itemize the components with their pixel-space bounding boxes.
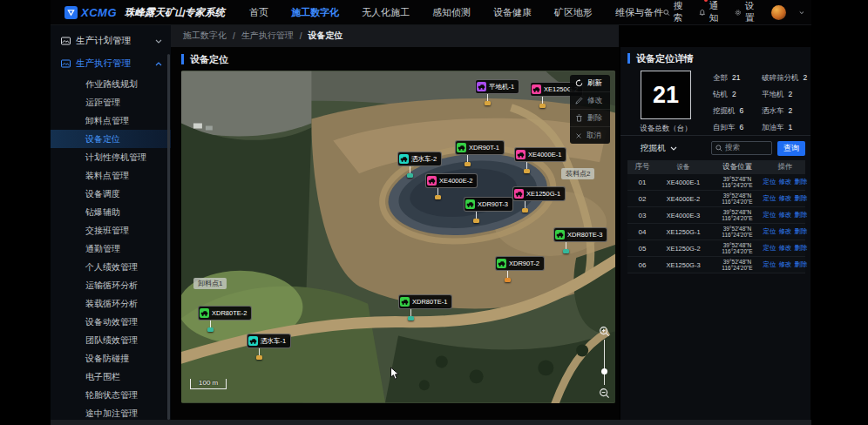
delete-link[interactable]: 删除 (795, 178, 808, 186)
equipment-marker[interactable]: XE4000E-2 (425, 173, 478, 199)
locate-link[interactable]: 定位 (763, 244, 776, 253)
edit-link[interactable]: 修改 (779, 211, 792, 219)
equipment-total-box: 21 (641, 71, 691, 119)
table-row: 01 XE4000E-1 39°52'48"N 116°24'20"E 定位 修… (627, 174, 805, 191)
sidebar-item[interactable]: 计划性停机管理 (51, 148, 171, 166)
sidebar-item[interactable]: 装料点管理 (51, 166, 171, 185)
notify-label: 通知 (709, 0, 722, 24)
crumb-1[interactable]: 施工数字化 (183, 30, 227, 42)
sidebar-item[interactable]: 运输循环分析 (51, 276, 171, 294)
sidebar-item[interactable]: 个人绩效管理 (51, 258, 171, 276)
sidebar-item[interactable]: 装载循环分析 (51, 294, 171, 313)
bell-icon (699, 8, 706, 17)
equipment-marker[interactable]: 洒水车-1 (247, 334, 291, 360)
locate-link[interactable]: 定位 (763, 178, 776, 186)
edit-link[interactable]: 修改 (779, 194, 792, 203)
marker-box: XE4000E-1 (514, 147, 566, 162)
edit-link[interactable]: 修改 (779, 178, 792, 186)
marker-label: XE4000E-1 (528, 151, 561, 159)
search-action[interactable]: 搜索 (663, 0, 686, 24)
map-toolbar: 刷新 修改 删除 取消 (570, 75, 610, 144)
zoom-in-icon[interactable] (599, 326, 610, 337)
sidebar-item[interactable]: 作业路线规划 (51, 75, 171, 93)
search-input[interactable]: 搜索 (711, 141, 772, 155)
nav-item[interactable]: 无人化施工 (362, 6, 410, 19)
filter-bar: 挖掘机 搜索 查询 (641, 140, 805, 156)
equipment-marker[interactable]: XDR90T-1 (455, 140, 505, 166)
edit-link[interactable]: 修改 (779, 260, 792, 269)
stat-value: 2 (804, 73, 808, 84)
sidebar-item[interactable]: 设备防碰撞 (51, 349, 171, 368)
delete-link[interactable]: 删除 (795, 244, 808, 253)
nav-item[interactable]: 首页 (249, 6, 268, 19)
notifications-action[interactable]: 通知 (699, 0, 722, 24)
equipment-type-dropdown[interactable]: 挖掘机 (641, 143, 677, 154)
edit-button[interactable]: 修改 (570, 92, 610, 110)
sidebar-item[interactable]: 电子围栏 (51, 368, 171, 386)
sidebar-item[interactable]: 运距管理 (51, 93, 171, 111)
chevron-up-icon (155, 62, 162, 66)
longitude: 116°24'20"E (722, 232, 752, 239)
equipment-location-panel: 设备定位 (171, 47, 619, 420)
crumb-2[interactable]: 生产执行管理 (241, 30, 294, 42)
sidebar-scrollbar[interactable] (167, 54, 170, 420)
equipment-marker[interactable]: 平地机-1 (475, 79, 519, 105)
nav-item[interactable]: 施工数字化 (291, 6, 339, 19)
sidebar-item[interactable]: 交接班管理 (51, 221, 171, 239)
sidebar-item[interactable]: 轮胎状态管理 (51, 386, 171, 404)
settings-action[interactable]: 设置 (735, 0, 757, 24)
group-label: 生产计划管理 (76, 35, 131, 47)
delete-link[interactable]: 删除 (795, 260, 808, 269)
equipment-marker[interactable]: XE1250G-1 (512, 186, 566, 212)
stat-value: 2 (789, 106, 793, 117)
nav-item[interactable]: 维保与备件 (615, 6, 663, 19)
marker-box: XDR80TE-1 (398, 294, 452, 309)
equipment-marker[interactable]: XDR90T-3 (464, 197, 513, 223)
query-button[interactable]: 查询 (777, 141, 805, 156)
equipment-marker[interactable]: XDR80TE-1 (398, 294, 452, 320)
edit-link[interactable]: 修改 (779, 244, 792, 253)
sidebar-item[interactable]: 钻爆辅助 (51, 203, 171, 221)
satellite-map[interactable]: 卸料点1装料点2 平地机-1 (181, 71, 615, 403)
chevron-down-icon[interactable] (799, 10, 804, 15)
sidebar-item[interactable]: 卸料点管理 (51, 111, 171, 130)
nav-item[interactable]: 设备健康 (493, 6, 532, 19)
cancel-button[interactable]: 取消 (570, 127, 610, 144)
sidebar-group-production-exec[interactable]: 生产执行管理 (51, 52, 171, 75)
nav-item[interactable]: 矿区地形 (554, 6, 593, 19)
equipment-marker[interactable]: XDR80TE-3 (553, 227, 607, 253)
edit-link[interactable]: 修改 (779, 227, 792, 236)
divider (620, 135, 810, 136)
locate-link[interactable]: 定位 (763, 260, 776, 269)
equipment-marker[interactable]: XDR80TE-2 (198, 306, 252, 332)
sidebar-item[interactable]: 设备调度 (51, 185, 171, 203)
sidebar-item[interactable]: 通勤管理 (51, 239, 171, 258)
sidebar-item[interactable]: 团队绩效管理 (51, 331, 171, 349)
vehicle-icon (465, 199, 475, 209)
sidebar-item[interactable]: 设备动效管理 (51, 313, 171, 331)
col-actions: 操作 (765, 162, 805, 172)
equipment-marker[interactable]: XDR90T-2 (495, 256, 545, 282)
vehicle-dot (407, 173, 413, 178)
delete-link[interactable]: 删除 (795, 194, 808, 203)
zoom-slider[interactable] (604, 340, 605, 385)
delete-button[interactable]: 删除 (570, 110, 610, 127)
sidebar-group-production-plan[interactable]: 生产计划管理 (51, 30, 171, 52)
delete-link[interactable]: 删除 (795, 227, 808, 236)
equipment-marker[interactable]: XE4000E-1 (514, 147, 566, 173)
nav-item[interactable]: 感知侦测 (432, 6, 471, 19)
marker-label: XDR80TE-1 (412, 298, 447, 306)
refresh-button[interactable]: 刷新 (570, 75, 610, 92)
sidebar-item[interactable]: 设备定位 (51, 130, 171, 148)
locate-link[interactable]: 定位 (763, 227, 776, 236)
user-avatar[interactable] (771, 5, 786, 20)
marker-box: XDR80TE-2 (198, 306, 252, 320)
device-name: XE4000E-3 (657, 212, 709, 219)
zoom-out-icon[interactable] (599, 388, 610, 399)
delete-link[interactable]: 删除 (795, 211, 808, 219)
zoom-slider-handle[interactable] (601, 368, 607, 374)
vehicle-dot (539, 104, 546, 108)
sidebar-item[interactable]: 途中加注管理 (51, 404, 171, 420)
locate-link[interactable]: 定位 (763, 194, 776, 203)
locate-link[interactable]: 定位 (763, 211, 776, 219)
